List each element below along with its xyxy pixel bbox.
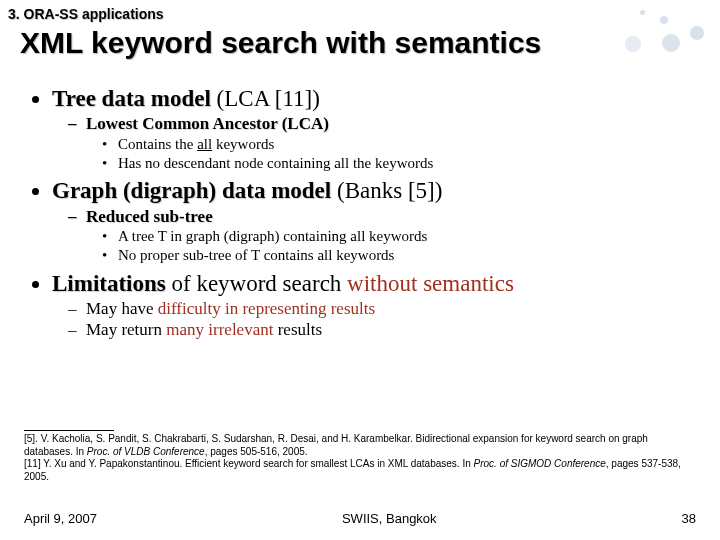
- ref-5-b: Proc. of VLDB Conference: [87, 446, 205, 457]
- footer: April 9, 2007 SWIIS, Bangkok 38: [24, 511, 696, 526]
- sub-diff-b: difficulty in representing results: [158, 299, 375, 318]
- sub-difficulty: May have difficulty in representing resu…: [86, 299, 710, 319]
- bullet-graph-lead: Graph (digraph) data model: [52, 178, 331, 203]
- detail-no-proper: No proper sub-tree of T contains all key…: [118, 246, 710, 265]
- footer-date: April 9, 2007: [24, 511, 97, 526]
- ref-11-b: Proc. of SIGMOD Conference: [474, 458, 606, 469]
- detail-contains-a: Contains the: [118, 136, 197, 152]
- bullet-lim-mid: of keyword search: [166, 271, 347, 296]
- sub-lca: Lowest Common Ancestor (LCA) Contains th…: [86, 114, 710, 172]
- sub-irr-b: many irrelevant: [166, 320, 273, 339]
- detail-contains-c: keywords: [212, 136, 274, 152]
- sub-lca-label: Lowest Common Ancestor (LCA): [86, 114, 329, 133]
- sub-reduced-label: Reduced sub-tree: [86, 207, 213, 226]
- ref-11-a: [11] Y. Xu and Y. Papakonstantinou. Effi…: [24, 458, 474, 469]
- decoration-dots: [600, 8, 720, 68]
- slide-title: XML keyword search with semantics: [20, 26, 541, 60]
- references-rule: [24, 430, 114, 431]
- slide: 3. ORA-SS applications XML keyword searc…: [0, 0, 720, 540]
- ref-5: [5]. V. Kacholia, S. Pandit, S. Chakraba…: [24, 433, 696, 458]
- detail-contains: Contains the all keywords: [118, 135, 710, 154]
- sub-irr-a: May return: [86, 320, 166, 339]
- footer-venue: SWIIS, Bangkok: [342, 511, 437, 526]
- section-label: 3. ORA-SS applications: [8, 6, 164, 22]
- bullet-graph: Graph (digraph) data model (Banks [5]) R…: [52, 178, 710, 264]
- detail-no-desc: Has no descendant node containing all th…: [118, 154, 710, 173]
- ref-11: [11] Y. Xu and Y. Papakonstantinou. Effi…: [24, 458, 696, 483]
- references: [5]. V. Kacholia, S. Pandit, S. Chakraba…: [24, 430, 696, 483]
- detail-tree-in-graph: A tree T in graph (digraph) containing a…: [118, 227, 710, 246]
- sub-irr-c: results: [273, 320, 322, 339]
- sub-diff-a: May have: [86, 299, 158, 318]
- detail-contains-b: all: [197, 136, 212, 152]
- footer-page: 38: [682, 511, 696, 526]
- sub-reduced: Reduced sub-tree A tree T in graph (digr…: [86, 207, 710, 265]
- bullet-lim-tail: without semantics: [347, 271, 514, 296]
- bullet-tree: Tree data model (LCA [11]) Lowest Common…: [52, 86, 710, 172]
- content-area: Tree data model (LCA [11]) Lowest Common…: [10, 86, 710, 347]
- bullet-lim-lead: Limitations: [52, 271, 166, 296]
- ref-5-c: , pages 505-516, 2005.: [205, 446, 308, 457]
- bullet-limitations: Limitations of keyword search without se…: [52, 271, 710, 341]
- bullet-graph-paren: (Banks [5]): [331, 178, 442, 203]
- bullet-tree-lead: Tree data model: [52, 86, 211, 111]
- bullet-tree-paren: (LCA [11]): [211, 86, 320, 111]
- sub-irrelevant: May return many irrelevant results: [86, 320, 710, 340]
